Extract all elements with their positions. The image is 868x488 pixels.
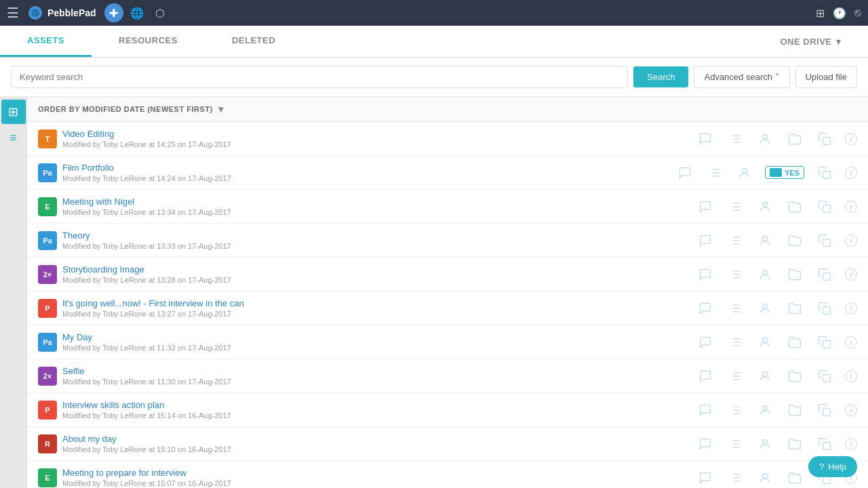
folder-icon[interactable] xyxy=(785,129,804,148)
asset-title-link[interactable]: Theory xyxy=(62,230,690,241)
asset-row: EMeeting to prepare for interviewModifie… xyxy=(27,461,868,488)
list-icon[interactable] xyxy=(726,197,745,216)
share-icon[interactable] xyxy=(755,197,774,216)
tab-resources[interactable]: RESOURCES xyxy=(92,26,205,57)
upload-file-button[interactable]: Upload file xyxy=(795,66,857,88)
share-icon[interactable] xyxy=(735,163,754,182)
asset-info: It's going well...now! - First interview… xyxy=(62,298,690,318)
search-input[interactable] xyxy=(11,66,628,88)
share-icon[interactable] xyxy=(755,299,774,318)
copy-icon[interactable] xyxy=(815,163,834,182)
info-icon[interactable]: i xyxy=(845,438,857,450)
copy-icon[interactable] xyxy=(815,197,834,216)
search-button[interactable]: Search xyxy=(633,66,688,87)
comment-icon[interactable] xyxy=(696,401,715,420)
comment-icon[interactable] xyxy=(696,265,715,284)
list-icon[interactable] xyxy=(726,367,745,386)
yes-badge[interactable]: YES xyxy=(765,166,804,179)
asset-info: Video EditingModified by Toby LeRone at … xyxy=(62,129,690,148)
list-icon[interactable] xyxy=(726,231,745,250)
asset-title-link[interactable]: It's going well...now! - First interview… xyxy=(62,298,690,308)
info-icon[interactable]: i xyxy=(845,167,857,179)
comment-icon[interactable] xyxy=(696,299,715,318)
order-bar[interactable]: ORDER BY MODIFIED DATE (NEWEST FIRST) ▾ xyxy=(27,97,868,122)
add-icon[interactable]: ✚ xyxy=(104,3,123,22)
folder-icon[interactable] xyxy=(785,231,804,250)
share-icon[interactable] xyxy=(755,265,774,284)
folder-icon[interactable] xyxy=(785,197,804,216)
asset-title-link[interactable]: Interview skills action plan xyxy=(62,400,690,410)
asset-meta: Modified by Toby LeRone at 15:14 on 16-A… xyxy=(62,411,690,420)
hex-icon[interactable]: ⬡ xyxy=(151,3,170,22)
asset-title-link[interactable]: Video Editing xyxy=(62,129,690,139)
copy-icon[interactable] xyxy=(815,129,834,148)
info-icon[interactable]: i xyxy=(845,302,857,314)
share-icon[interactable] xyxy=(755,434,774,453)
asset-title-link[interactable]: Meeting with Nigel xyxy=(62,197,690,207)
asset-title-link[interactable]: About my day xyxy=(62,434,690,444)
comment-icon[interactable] xyxy=(696,197,715,216)
asset-title-link[interactable]: Selfie xyxy=(62,366,690,376)
asset-title-link[interactable]: Meeting to prepare for interview xyxy=(62,468,690,478)
asset-meta: Modified by Toby LeRone at 15:07 on 16-A… xyxy=(62,479,690,487)
copy-icon[interactable] xyxy=(815,265,834,284)
help-button[interactable]: ? Help xyxy=(808,456,857,477)
comment-icon[interactable] xyxy=(696,333,715,352)
copy-icon[interactable] xyxy=(815,299,834,318)
info-icon[interactable]: i xyxy=(845,201,857,213)
info-icon[interactable]: i xyxy=(845,268,857,281)
folder-icon[interactable] xyxy=(785,265,804,284)
folder-icon[interactable] xyxy=(785,401,804,420)
asset-title-link[interactable]: My Day xyxy=(62,332,690,342)
copy-icon[interactable] xyxy=(815,434,834,453)
info-icon[interactable]: i xyxy=(845,370,857,382)
list-icon[interactable] xyxy=(726,129,745,148)
comment-icon[interactable] xyxy=(696,129,715,148)
folder-icon[interactable] xyxy=(785,468,804,487)
folder-icon[interactable] xyxy=(785,434,804,453)
clock-icon[interactable]: 🕐 xyxy=(833,7,846,20)
copy-icon[interactable] xyxy=(815,231,834,250)
exit-icon[interactable]: ⎋ xyxy=(854,7,861,19)
asset-title-link[interactable]: Storyboarding Image xyxy=(62,264,690,274)
tab-one-drive[interactable]: ONE DRIVE ▾ xyxy=(753,26,868,57)
share-icon[interactable] xyxy=(755,231,774,250)
folder-icon[interactable] xyxy=(785,367,804,386)
comment-icon[interactable] xyxy=(675,163,694,182)
sidebar-list-icon[interactable]: ≡ xyxy=(1,125,26,150)
info-icon[interactable]: i xyxy=(845,336,857,348)
comment-icon[interactable] xyxy=(696,367,715,386)
advanced-search-button[interactable]: Advanced search ˅ xyxy=(694,66,789,88)
grid-icon[interactable]: ⊞ xyxy=(816,7,825,20)
share-icon[interactable] xyxy=(755,367,774,386)
share-icon[interactable] xyxy=(755,468,774,487)
comment-icon[interactable] xyxy=(696,231,715,250)
info-icon[interactable]: i xyxy=(845,404,857,416)
copy-icon[interactable] xyxy=(815,333,834,352)
share-icon[interactable] xyxy=(755,129,774,148)
asset-info: Interview skills action planModified by … xyxy=(62,400,690,420)
list-icon[interactable] xyxy=(726,299,745,318)
list-icon[interactable] xyxy=(705,163,724,182)
asset-title-link[interactable]: Film Portfolio xyxy=(62,163,670,173)
list-icon[interactable] xyxy=(726,265,745,284)
sidebar-grid-icon[interactable]: ⊞ xyxy=(1,100,26,124)
tab-deleted[interactable]: DELETED xyxy=(205,26,302,57)
copy-icon[interactable] xyxy=(815,367,834,386)
info-icon[interactable]: i xyxy=(845,133,857,145)
globe-icon[interactable]: 🌐 xyxy=(127,3,146,22)
copy-icon[interactable] xyxy=(815,401,834,420)
hamburger-icon[interactable]: ☰ xyxy=(7,5,19,21)
folder-icon[interactable] xyxy=(785,333,804,352)
share-icon[interactable] xyxy=(755,333,774,352)
list-icon[interactable] xyxy=(726,434,745,453)
list-icon[interactable] xyxy=(726,401,745,420)
comment-icon[interactable] xyxy=(696,468,715,487)
list-icon[interactable] xyxy=(726,333,745,352)
list-icon[interactable] xyxy=(726,468,745,487)
share-icon[interactable] xyxy=(755,401,774,420)
comment-icon[interactable] xyxy=(696,434,715,453)
info-icon[interactable]: i xyxy=(845,235,857,247)
folder-icon[interactable] xyxy=(785,299,804,318)
tab-assets[interactable]: ASSETS xyxy=(0,26,92,57)
